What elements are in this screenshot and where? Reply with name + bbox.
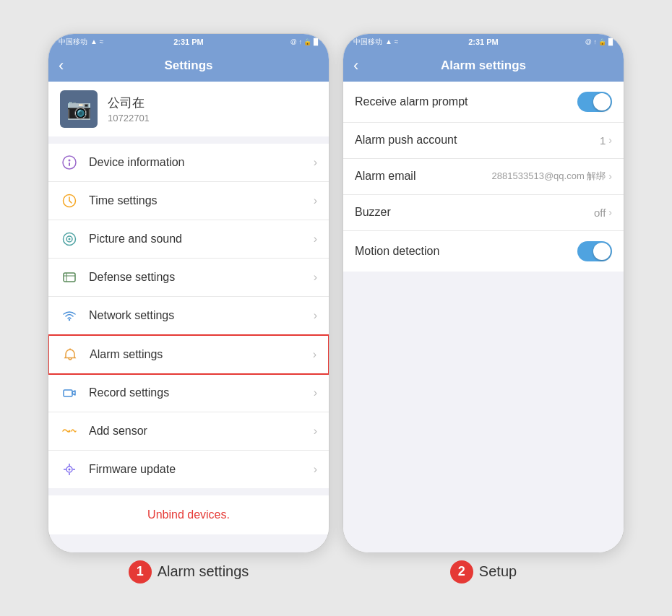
left-wifi-icon: ▲ ≈ [90, 38, 103, 45]
svg-rect-9 [64, 273, 75, 282]
alarm-settings-list: Receive alarm prompt Alarm push account … [343, 82, 624, 272]
left-label-text: Alarm settings [158, 563, 249, 580]
left-nav-title: Settings [164, 58, 212, 73]
menu-list: Device information › Time settings › [48, 144, 329, 488]
menu-chevron-firmware-update: › [314, 463, 317, 476]
left-time: 2:31 PM [173, 38, 204, 46]
menu-chevron-device-information: › [314, 156, 317, 169]
right-nav-title: Alarm settings [441, 58, 526, 73]
receive-alarm-toggle[interactable] [577, 92, 612, 112]
menu-chevron-add-sensor: › [314, 425, 317, 438]
profile-section: 📷 公司在 10722701 [48, 82, 329, 136]
menu-chevron-alarm-settings: › [313, 348, 316, 361]
left-badge: 1 [129, 560, 152, 584]
left-back-button[interactable]: ‹ [59, 58, 64, 74]
alarm-item-email[interactable]: Alarm email 2881533513@qq.com 解绑 › [343, 159, 624, 195]
buzzer-chevron: › [608, 207, 612, 218]
receive-alarm-knob [593, 93, 611, 110]
left-status-left: 中国移动 ▲ ≈ [59, 37, 103, 47]
left-phone-container: 中国移动 ▲ ≈ 2:31 PM @ ↑ 🔒 ▉ ‹ Settings 📷 [48, 33, 329, 584]
profile-avatar: 📷 [60, 90, 98, 128]
motion-detection-toggle[interactable] [577, 241, 612, 261]
right-badge: 2 [450, 560, 473, 584]
alarm-item-push-account[interactable]: Alarm push account 1 › [343, 123, 624, 159]
add-sensor-icon [60, 422, 79, 441]
alarm-settings-icon [61, 345, 79, 364]
left-status-icons: @ ↑ 🔒 ▉ [290, 38, 319, 45]
right-phone: 中国移动 ▲ ≈ 2:31 PM @ ↑ 🔒 ▉ ‹ Alarm setting… [343, 33, 624, 553]
firmware-update-icon [60, 460, 79, 479]
menu-label-picture-sound: Picture and sound [89, 233, 314, 246]
left-phone: 中国移动 ▲ ≈ 2:31 PM @ ↑ 🔒 ▉ ‹ Settings 📷 [48, 33, 329, 553]
buzzer-label: Buzzer [355, 206, 594, 219]
menu-label-network-settings: Network settings [89, 309, 314, 322]
right-time: 2:31 PM [468, 38, 499, 46]
svg-point-17 [69, 468, 71, 470]
unbind-button[interactable]: Unbind devices. [147, 508, 230, 521]
right-back-button[interactable]: ‹ [353, 58, 358, 74]
menu-item-network-settings[interactable]: Network settings › [48, 297, 329, 335]
section-divider-1 [48, 136, 329, 144]
menu-item-time-settings[interactable]: Time settings › [48, 182, 329, 220]
time-settings-icon [60, 191, 79, 210]
alarm-email-chevron: › [608, 170, 612, 182]
right-status-right: @ ↑ 🔒 ▉ [585, 38, 613, 45]
svg-line-5 [69, 201, 72, 203]
menu-chevron-picture-sound: › [314, 233, 317, 246]
menu-item-defense-settings[interactable]: Defense settings › [48, 259, 329, 297]
alarm-email-value: 2881533513@qq.com 解绑 [492, 170, 606, 183]
alarm-email-label: Alarm email [355, 170, 492, 183]
motion-detection-label: Motion detection [355, 245, 577, 258]
network-settings-icon [60, 306, 79, 325]
picture-sound-icon [60, 230, 79, 248]
left-nav-bar: ‹ Settings [48, 50, 329, 82]
menu-label-time-settings: Time settings [89, 194, 314, 207]
alarm-item-receive-alarm-prompt[interactable]: Receive alarm prompt [343, 82, 624, 123]
phones-row: 中国移动 ▲ ≈ 2:31 PM @ ↑ 🔒 ▉ ‹ Settings 📷 [48, 33, 624, 584]
menu-item-firmware-update[interactable]: Firmware update › [48, 451, 329, 488]
right-label-text: Setup [479, 563, 517, 580]
push-account-label: Alarm push account [355, 134, 600, 147]
menu-chevron-record-settings: › [314, 386, 317, 399]
menu-item-device-information[interactable]: Device information › [48, 144, 329, 182]
left-carrier: 中国移动 [59, 37, 87, 47]
left-status-bar: 中国移动 ▲ ≈ 2:31 PM @ ↑ 🔒 ▉ [48, 34, 329, 50]
record-settings-icon [60, 383, 79, 402]
svg-rect-2 [69, 162, 70, 166]
left-label-row: 1 Alarm settings [129, 560, 249, 584]
alarm-remaining-space [343, 272, 624, 552]
push-account-chevron: › [608, 134, 612, 146]
avatar-image: 📷 [66, 97, 92, 121]
svg-rect-14 [64, 390, 72, 396]
svg-point-12 [69, 318, 70, 320]
menu-label-device-information: Device information [89, 156, 314, 169]
menu-label-alarm-settings: Alarm settings [90, 348, 313, 361]
alarm-item-buzzer[interactable]: Buzzer off › [343, 195, 624, 231]
svg-point-8 [69, 238, 71, 240]
svg-point-1 [69, 159, 71, 161]
unbind-section: Unbind devices. [48, 495, 329, 534]
menu-label-defense-settings: Defense settings [89, 271, 314, 284]
device-information-icon [60, 153, 79, 172]
right-status-icons: @ ↑ 🔒 ▉ [585, 38, 613, 45]
alarm-item-motion-detection[interactable]: Motion detection [343, 231, 624, 272]
menu-chevron-defense-settings: › [314, 271, 317, 284]
menu-item-record-settings[interactable]: Record settings › [48, 374, 329, 412]
right-phone-body: Receive alarm prompt Alarm push account … [343, 82, 624, 552]
menu-chevron-network-settings: › [314, 309, 317, 322]
profile-id: 10722701 [108, 113, 150, 123]
left-phone-body: 📷 公司在 10722701 Device informati [48, 82, 329, 552]
menu-label-record-settings: Record settings [89, 386, 314, 399]
menu-item-picture-sound[interactable]: Picture and sound › [48, 220, 329, 259]
receive-alarm-label: Receive alarm prompt [355, 95, 577, 108]
menu-item-add-sensor[interactable]: Add sensor › [48, 412, 329, 451]
menu-item-alarm-settings[interactable]: Alarm settings › [48, 334, 329, 375]
profile-info: 公司在 10722701 [108, 95, 150, 123]
right-carrier: 中国移动 [353, 37, 382, 47]
right-wifi-icon: ▲ ≈ [385, 38, 398, 45]
menu-chevron-time-settings: › [314, 194, 317, 207]
push-account-value: 1 [600, 134, 606, 147]
motion-detection-knob [593, 243, 611, 260]
menu-label-firmware-update: Firmware update [89, 463, 314, 476]
right-status-bar: 中国移动 ▲ ≈ 2:31 PM @ ↑ 🔒 ▉ [343, 34, 624, 50]
